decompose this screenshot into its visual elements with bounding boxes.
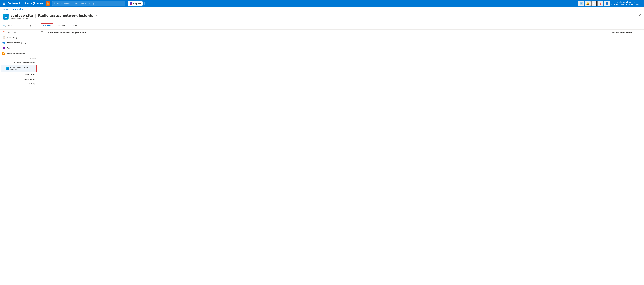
sidebar-item-overview-label: Overview [7, 31, 16, 33]
create-label: Create [45, 24, 51, 27]
user-info: chrisqpublic@contoso.c.... CONTOSO, LTD.… [611, 1, 642, 6]
notification-icon[interactable]: 🔔 [585, 1, 591, 6]
table-header: Radio access network insights name Acces… [41, 30, 641, 36]
overview-icon: 📍 [2, 31, 5, 34]
breadcrumb: Home › contoso-site [0, 7, 644, 12]
sidebar-icon-buttons: ⊞ 《 [29, 24, 36, 28]
main-layout: 🔍 ⊞ 《 📍 Overview 📋 Activity log 👥 Ac [0, 22, 644, 285]
sidebar-item-tags-label: Tags [7, 47, 11, 49]
breadcrumb-current[interactable]: contoso-site [11, 8, 23, 10]
automation-label: Automation [24, 78, 36, 80]
global-search[interactable]: 🔍 [52, 1, 126, 6]
sidebar-item-access-control-label: Access control (IAM) [7, 42, 26, 44]
user-name: chrisqpublic@contoso.c.... [611, 1, 642, 4]
close-button[interactable]: ✕ [638, 14, 641, 17]
table-col-name: Radio access network insights name [47, 32, 612, 34]
sidebar-search-input[interactable] [6, 24, 27, 27]
sidebar-collapse-icon[interactable]: 《 [33, 24, 36, 28]
sidebar-item-tags[interactable]: 🏷 Tags [0, 46, 38, 51]
settings-label: Settings [28, 57, 36, 59]
favorite-button[interactable]: ☆ [95, 14, 97, 17]
breadcrumb-home[interactable]: Home [3, 8, 8, 10]
svg-rect-2 [5, 16, 6, 17]
sidebar-item-resource-visualizer[interactable]: 🔀 Resource visualizer [0, 51, 38, 56]
app-title: Contoso, Ltd. Azure (Preview) [8, 2, 45, 5]
sidebar-search-icon: 🔍 [3, 24, 6, 27]
automation-chevron: › [22, 78, 23, 80]
create-icon: + [43, 24, 44, 27]
page-header-left: contoso-site | Radio access network insi… [3, 14, 101, 20]
sidebar-section-settings[interactable]: › Settings [0, 56, 38, 60]
tags-icon: 🏷 [2, 46, 5, 50]
resource-visualizer-icon: 🔀 [2, 52, 5, 55]
page-title: contoso-site | Radio access network insi… [10, 14, 101, 18]
org-badge: 🔒 [46, 2, 50, 6]
breadcrumb-separator: › [9, 8, 10, 10]
table-header-checkbox-col [41, 32, 47, 34]
resource-icon [3, 14, 9, 20]
refresh-icon: ↻ [56, 24, 57, 27]
settings-chevron: › [26, 57, 27, 59]
hamburger-menu[interactable]: ☰ [2, 2, 6, 6]
sidebar-section-help[interactable]: › Help [0, 82, 38, 86]
svg-rect-5 [7, 68, 8, 69]
sidebar-item-access-control[interactable]: 👥 Access control (IAM) [0, 40, 38, 46]
monitoring-label: Monitoring [25, 74, 36, 76]
sidebar-section-automation[interactable]: › Automation [0, 77, 38, 82]
page-title-group: contoso-site | Radio access network insi… [10, 14, 101, 20]
table-body [41, 36, 641, 65]
sidebar-item-resource-visualizer-label: Resource visualizer [7, 52, 25, 54]
help-icon[interactable]: ❓ [597, 1, 604, 6]
table-col-count: Access point count [612, 32, 641, 34]
table-area: Radio access network insights name Acces… [38, 30, 644, 285]
user-org: CONTOSO, LTD. (CONTOSO, LTD..... [611, 4, 642, 6]
help-chevron: › [30, 83, 30, 85]
radio-access-icon [6, 67, 9, 70]
delete-label: Delete [72, 24, 77, 27]
page-header: contoso-site | Radio access network insi… [0, 12, 644, 22]
more-options-button[interactable]: ··· [98, 14, 101, 17]
sidebar-search-box[interactable]: 🔍 [2, 23, 28, 28]
sidebar-section-physical-infrastructure[interactable]: ∨ Physical infrastructure [0, 60, 38, 65]
title-separator: | [35, 14, 36, 18]
sidebar-item-radio-access-network[interactable]: Radio access network insights [1, 65, 37, 72]
resource-name: contoso-site [10, 14, 33, 18]
physical-infrastructure-label: Physical infrastructure [14, 62, 36, 64]
monitoring-chevron: › [24, 74, 24, 76]
delete-button[interactable]: 🗑 Delete [67, 24, 79, 28]
delete-icon: 🗑 [69, 24, 71, 27]
sidebar-item-activity-log[interactable]: 📋 Activity log [0, 35, 38, 40]
global-search-input[interactable] [57, 2, 124, 5]
top-navigation: ☰ Contoso, Ltd. Azure (Preview) 🔒 🔍 Copi… [0, 0, 644, 7]
select-all-checkbox[interactable] [41, 32, 43, 34]
sidebar-item-activity-log-label: Activity log [7, 36, 18, 39]
access-control-icon: 👥 [2, 41, 5, 44]
copilot-label: Copilot [133, 2, 141, 5]
help-label: Help [31, 82, 36, 85]
user-icon[interactable]: 👤 [604, 1, 610, 6]
copilot-button[interactable]: Copilot [128, 2, 143, 6]
email-icon[interactable]: 📧 [578, 1, 584, 6]
sidebar-nav: 📍 Overview 📋 Activity log 👥 Access contr… [0, 30, 38, 285]
sidebar-item-radio-label: Radio access network insights [10, 66, 35, 71]
search-icon: 🔍 [54, 2, 56, 5]
settings-icon[interactable]: ⚙ [592, 1, 597, 6]
page-name: Radio access network insights [38, 14, 93, 18]
sidebar-filter-icon[interactable]: ⊞ [29, 24, 32, 28]
nav-icon-group: 📧 🔔 ⚙ ❓ 👤 chrisqpublic@contoso.c.... CON… [578, 1, 642, 6]
copilot-icon [130, 2, 132, 5]
content-area: + Create ↻ Refresh 🗑 Delete Radio acces [38, 22, 644, 285]
sidebar-item-overview[interactable]: 📍 Overview [0, 30, 38, 35]
page-subtitle: Mobile Network Site [10, 18, 101, 20]
refresh-button[interactable]: ↻ Refresh [54, 24, 66, 28]
physical-infrastructure-chevron: ∨ [12, 62, 13, 64]
refresh-label: Refresh [58, 24, 65, 27]
sidebar-section-monitoring[interactable]: › Monitoring [0, 72, 38, 77]
sidebar: 🔍 ⊞ 《 📍 Overview 📋 Activity log 👥 Ac [0, 22, 38, 285]
sidebar-search-area: 🔍 ⊞ 《 [0, 22, 38, 30]
activity-log-icon: 📋 [2, 36, 5, 39]
toolbar: + Create ↻ Refresh 🗑 Delete [38, 22, 644, 30]
create-button[interactable]: + Create [41, 23, 53, 28]
